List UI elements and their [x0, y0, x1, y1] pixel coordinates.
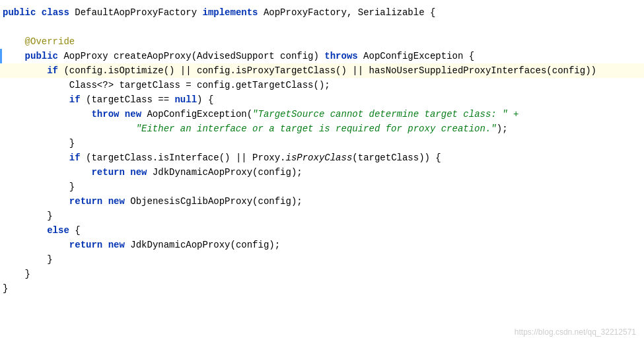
- code-token: throws: [324, 51, 357, 61]
- line-content: throw new AopConfigException("TargetSour…: [3, 107, 639, 121]
- code-token: "Either an interface or a target is requ…: [136, 123, 497, 134]
- line-content: if (targetClass == null) {: [3, 92, 639, 107]
- code-line: }: [0, 180, 644, 194]
- code-token: if: [47, 65, 58, 76]
- code-line: if (config.isOptimize() || config.isProx…: [0, 63, 644, 78]
- code-token: AopConfigException {: [358, 51, 474, 61]
- code-line: }: [0, 136, 644, 151]
- code-line: [0, 20, 644, 34]
- code-token: new: [108, 196, 125, 207]
- code-token: [119, 109, 124, 120]
- code-line: "Either an interface or a target is requ…: [0, 121, 644, 136]
- code-line: return new JdkDynamicAopProxy(config);: [0, 238, 644, 252]
- code-token: JdkDynamicAopProxy(config);: [147, 167, 302, 178]
- line-content: }: [3, 209, 639, 223]
- code-token: return: [69, 196, 102, 207]
- line-content: else {: [3, 223, 639, 238]
- code-token: if: [69, 153, 81, 163]
- code-token: new: [125, 109, 141, 120]
- line-content: }: [3, 252, 639, 267]
- code-token: DefaultAopProxyFactory: [69, 7, 203, 18]
- line-content: public AopProxy createAopProxy(AdvisedSu…: [3, 49, 639, 63]
- code-token: ) {: [197, 94, 213, 105]
- code-token: "TargetSource cannot determine target cl…: [252, 109, 519, 120]
- code-token: Class: [3, 80, 97, 90]
- code-token: [3, 240, 69, 250]
- code-token: ObjenesisCglibAopProxy(config);: [125, 196, 303, 207]
- line-content: return new ObjenesisCglibAopProxy(config…: [3, 194, 639, 209]
- code-token: [3, 225, 47, 236]
- line-content: if (config.isOptimize() || config.isProx…: [3, 63, 639, 78]
- code-token: }: [3, 211, 53, 221]
- code-token: AopConfigException(: [141, 109, 252, 120]
- code-token: [102, 240, 108, 250]
- watermark: https://blog.csdn.net/qq_32212571: [515, 327, 636, 337]
- code-token: public: [25, 51, 58, 61]
- code-token: [125, 167, 130, 178]
- code-token: [3, 196, 69, 207]
- code-line: throw new AopConfigException("TargetSour…: [0, 107, 644, 121]
- code-token: @Override: [25, 36, 75, 47]
- line-content: }: [3, 267, 639, 281]
- code-token: (config.isOptimize() || config.isProxyTa…: [58, 65, 596, 76]
- code-token: (targetClass ==: [81, 94, 175, 105]
- line-content: return new JdkDynamicAopProxy(config);: [3, 165, 639, 180]
- code-token: [3, 94, 69, 105]
- code-token: [102, 196, 108, 207]
- code-line: @Override: [0, 34, 644, 49]
- code-line: if (targetClass == null) {: [0, 92, 644, 107]
- line-content: @Override: [3, 34, 639, 49]
- code-token: [3, 167, 91, 178]
- line-content: }: [3, 281, 639, 296]
- code-token: [3, 153, 69, 163]
- code-token: {: [69, 225, 81, 236]
- code-token: [3, 36, 25, 47]
- code-token: }: [3, 138, 75, 149]
- line-content: if (targetClass.isInterface() || Proxy.i…: [3, 151, 639, 165]
- code-token: [3, 109, 91, 120]
- code-token: null: [174, 94, 197, 105]
- code-token: }: [3, 182, 75, 192]
- line-content: Class<?> targetClass = config.getTargetC…: [3, 78, 639, 92]
- code-token: (targetClass.isInterface() || Proxy.: [81, 153, 286, 163]
- code-token: AopProxy createAopProxy(AdvisedSupport c…: [58, 51, 324, 61]
- code-token: new: [130, 167, 147, 178]
- code-container: public class DefaultAopProxyFactory impl…: [0, 0, 644, 342]
- line-content: }: [3, 180, 639, 194]
- code-token: throw: [91, 109, 119, 120]
- code-token: if: [69, 94, 81, 105]
- code-line: if (targetClass.isInterface() || Proxy.i…: [0, 151, 644, 165]
- code-token: public: [3, 7, 36, 18]
- code-line: return new ObjenesisCglibAopProxy(config…: [0, 194, 644, 209]
- code-token: implements: [202, 7, 258, 18]
- code-token: return: [91, 167, 124, 178]
- code-line: return new JdkDynamicAopProxy(config);: [0, 165, 644, 180]
- code-token: AopProxyFactory, Serializable {: [258, 7, 436, 18]
- code-line: }: [0, 267, 644, 281]
- line-content: [3, 20, 639, 34]
- code-token: [3, 51, 25, 61]
- code-token: }: [3, 269, 30, 279]
- code-line: }: [0, 209, 644, 223]
- code-line: }: [0, 281, 644, 296]
- code-line: else {: [0, 223, 644, 238]
- line-content: return new JdkDynamicAopProxy(config);: [3, 238, 639, 252]
- line-indicator: [0, 49, 2, 63]
- code-line: public class DefaultAopProxyFactory impl…: [0, 5, 644, 20]
- code-token: }: [3, 254, 53, 265]
- code-token: return: [69, 240, 102, 250]
- code-token: class: [42, 7, 69, 18]
- code-token: else: [47, 225, 69, 236]
- code-token: );: [497, 123, 508, 134]
- code-token: <?> targetClass = config.getTargetClass(…: [97, 80, 330, 90]
- code-token: }: [3, 283, 8, 294]
- code-line: Class<?> targetClass = config.getTargetC…: [0, 78, 644, 92]
- code-line: public AopProxy createAopProxy(AdvisedSu…: [0, 49, 644, 63]
- code-token: [3, 65, 47, 76]
- code-token: isProxyClass: [286, 153, 353, 163]
- code-token: [3, 123, 136, 134]
- line-content: "Either an interface or a target is requ…: [3, 121, 639, 136]
- line-content: }: [3, 136, 639, 151]
- code-token: JdkDynamicAopProxy(config);: [125, 240, 280, 250]
- code-token: [36, 7, 41, 18]
